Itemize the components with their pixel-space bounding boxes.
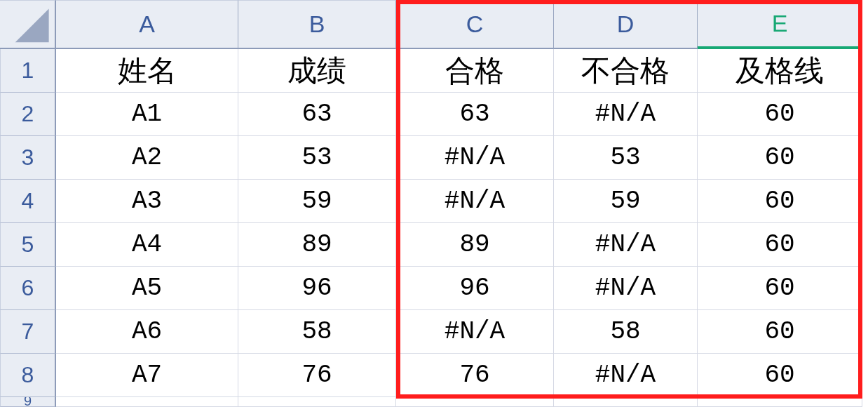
row-header-2[interactable]: 2 <box>0 93 56 136</box>
col-header-C[interactable]: C <box>396 0 554 49</box>
cell-D7[interactable]: 58 <box>554 310 698 354</box>
cell-D1[interactable]: 不合格 <box>554 49 698 93</box>
cell-A2[interactable]: A1 <box>56 93 238 136</box>
cell-E6[interactable]: 60 <box>698 267 862 310</box>
cell-A6[interactable]: A5 <box>56 267 238 310</box>
grid: A B C D E 1 姓名 成绩 合格 不合格 及格线 2 A1 63 63 … <box>0 0 868 407</box>
cell-A3[interactable]: A2 <box>56 136 238 180</box>
cell-C7[interactable]: #N/A <box>396 310 554 354</box>
cell-D6[interactable]: #N/A <box>554 267 698 310</box>
row-header-7[interactable]: 7 <box>0 310 56 354</box>
cell-A5[interactable]: A4 <box>56 223 238 267</box>
cell-D9[interactable] <box>554 397 698 407</box>
cell-E2[interactable]: 60 <box>698 93 862 136</box>
cell-E1[interactable]: 及格线 <box>698 49 862 93</box>
cell-B6[interactable]: 96 <box>238 267 396 310</box>
cell-C2[interactable]: 63 <box>396 93 554 136</box>
col-header-A[interactable]: A <box>56 0 238 49</box>
cell-A4[interactable]: A3 <box>56 180 238 223</box>
cell-C1[interactable]: 合格 <box>396 49 554 93</box>
row-header-6[interactable]: 6 <box>0 267 56 310</box>
row-header-3[interactable]: 3 <box>0 136 56 180</box>
cell-A8[interactable]: A7 <box>56 354 238 397</box>
spreadsheet: A B C D E 1 姓名 成绩 合格 不合格 及格线 2 A1 63 63 … <box>0 0 868 407</box>
cell-B3[interactable]: 53 <box>238 136 396 180</box>
select-all-corner[interactable] <box>0 0 56 49</box>
cell-B2[interactable]: 63 <box>238 93 396 136</box>
cell-B5[interactable]: 89 <box>238 223 396 267</box>
row-header-5[interactable]: 5 <box>0 223 56 267</box>
row-header-1[interactable]: 1 <box>0 49 56 93</box>
cell-C5[interactable]: 89 <box>396 223 554 267</box>
cell-B9[interactable] <box>238 397 396 407</box>
row-header-9[interactable]: 9 <box>0 397 56 407</box>
col-header-B[interactable]: B <box>238 0 396 49</box>
cell-E8[interactable]: 60 <box>698 354 862 397</box>
cell-B1[interactable]: 成绩 <box>238 49 396 93</box>
svg-marker-0 <box>15 8 49 42</box>
cell-C4[interactable]: #N/A <box>396 180 554 223</box>
cell-C6[interactable]: 96 <box>396 267 554 310</box>
cell-C9[interactable] <box>396 397 554 407</box>
select-all-triangle-icon <box>0 1 55 48</box>
row-header-4[interactable]: 4 <box>0 180 56 223</box>
cell-D8[interactable]: #N/A <box>554 354 698 397</box>
cell-D3[interactable]: 53 <box>554 136 698 180</box>
cell-A9[interactable] <box>56 397 238 407</box>
cell-B8[interactable]: 76 <box>238 354 396 397</box>
cell-D4[interactable]: 59 <box>554 180 698 223</box>
col-header-E[interactable]: E <box>698 0 862 49</box>
cell-E4[interactable]: 60 <box>698 180 862 223</box>
cell-D5[interactable]: #N/A <box>554 223 698 267</box>
cell-E5[interactable]: 60 <box>698 223 862 267</box>
col-header-D[interactable]: D <box>554 0 698 49</box>
cell-B7[interactable]: 58 <box>238 310 396 354</box>
cell-A7[interactable]: A6 <box>56 310 238 354</box>
row-header-8[interactable]: 8 <box>0 354 56 397</box>
cell-E9[interactable] <box>698 397 862 407</box>
cell-A1[interactable]: 姓名 <box>56 49 238 93</box>
cell-E7[interactable]: 60 <box>698 310 862 354</box>
cell-B4[interactable]: 59 <box>238 180 396 223</box>
cell-C3[interactable]: #N/A <box>396 136 554 180</box>
cell-D2[interactable]: #N/A <box>554 93 698 136</box>
cell-C8[interactable]: 76 <box>396 354 554 397</box>
cell-E3[interactable]: 60 <box>698 136 862 180</box>
